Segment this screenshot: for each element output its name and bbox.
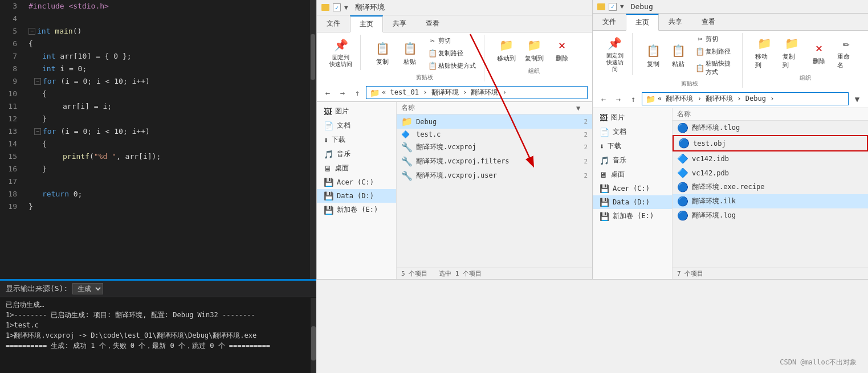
- code-line: printf ( "%d " , arr[i]);: [28, 150, 316, 163]
- sidebar-item-desktop-2[interactable]: 🖥 桌面: [593, 167, 672, 182]
- sidebar-item-pictures-2[interactable]: 🖼 图片: [593, 110, 672, 125]
- output-source-select[interactable]: 生成: [72, 283, 103, 294]
- sidebar-item-downloads-2[interactable]: ⬇ 下载: [593, 139, 672, 153]
- move-to-icon-2: 📁: [755, 35, 773, 51]
- editor-scrollbar[interactable]: [310, 0, 316, 279]
- code-line: }: [28, 163, 316, 175]
- rename-icon: ✏: [837, 35, 855, 51]
- file-item-vcxproj-user[interactable]: 🔧 翻译环境.vcxproj.user 2: [397, 169, 592, 183]
- copy-icon: 📋: [373, 40, 392, 56]
- file-item-obj[interactable]: 🔵 test.obj: [673, 135, 868, 151]
- scrollbar-thumb[interactable]: [311, 34, 315, 80]
- file-item-log[interactable]: 🔵 翻译环境.log: [673, 208, 868, 223]
- move-to-button-1[interactable]: 📁 移动到: [494, 35, 519, 65]
- copy-path-button-2[interactable]: 📋 复制路径: [692, 46, 737, 57]
- file-explorer-2: ▼ Debug 文件 主页 共享 查看 📌 固定到快速访问: [592, 0, 868, 279]
- file-item-testc[interactable]: 🔷 test.c 2: [397, 129, 592, 140]
- paste-button-1[interactable]: 📋 粘贴: [397, 38, 422, 68]
- cut-button-2[interactable]: ✂ 剪切: [692, 33, 737, 44]
- pin-button-1[interactable]: 📌 固定到快速访问: [326, 35, 356, 70]
- move-to-icon: 📁: [498, 37, 516, 53]
- sidebar-item-docs-2[interactable]: 📄 文档: [593, 125, 672, 139]
- address-input-1[interactable]: 📁 « test_01 › 翻译环境 › 翻译环境 ›: [366, 86, 588, 99]
- code-line: {: [28, 88, 316, 100]
- collapse-button[interactable]: −: [34, 128, 41, 135]
- downloads-icon-2: ⬇: [600, 142, 604, 151]
- output-scrollbar[interactable]: [311, 298, 316, 373]
- file-item-idb[interactable]: 🔷 vc142.idb: [673, 151, 868, 166]
- up-button-2[interactable]: ↑: [627, 93, 639, 105]
- copy-to-button-1[interactable]: 📁 复制到: [521, 35, 547, 65]
- titlebar-checkbox[interactable]: [333, 3, 341, 11]
- sidebar-item-docs-1[interactable]: 📄 文档: [317, 118, 396, 133]
- back-button-1[interactable]: ←: [321, 87, 334, 99]
- sidebar-item-e-2[interactable]: 💾 新加卷 (E:): [593, 209, 672, 223]
- copy-to-button-2[interactable]: 📁 复制到: [779, 33, 804, 72]
- address-dropdown-2[interactable]: ▼: [851, 93, 863, 105]
- output-line: ========== 生成: 成功 1 个，失败 0 个，最新 0 个，跳过 0…: [6, 341, 311, 351]
- sidebar-label-2: 下载: [608, 141, 621, 151]
- file-item-name: 翻译环境.vcxproj.filters: [416, 157, 573, 166]
- file-item-vcxproj-filters[interactable]: 🔧 翻译环境.vcxproj.filters 2: [397, 154, 592, 169]
- file-item-debug[interactable]: 📁 Debug 2: [397, 114, 592, 129]
- forward-button-1[interactable]: →: [336, 87, 349, 99]
- file-main-1: 名称 ▼ 📁 Debug 2 🔷 test.c 2: [397, 102, 592, 279]
- copy-button-1[interactable]: 📋 复制: [370, 38, 395, 68]
- delete-button-1[interactable]: ✕ 删除: [549, 35, 574, 65]
- sidebar-label: Data (D:): [337, 192, 374, 200]
- file-item-pdb[interactable]: 🔷 vc142.pdb: [673, 166, 868, 180]
- folder-icon-2: [597, 3, 605, 10]
- move-to-button-2[interactable]: 📁 移动到: [752, 33, 777, 72]
- address-bar-2: ← → ↑ 📁 « 翻译环境 › 翻译环境 › Debug › ▼: [593, 90, 868, 108]
- clipboard-label-1: 剪贴板: [416, 73, 433, 81]
- address-input-2[interactable]: 📁 « 翻译环境 › 翻译环境 › Debug ›: [642, 92, 849, 105]
- file-item-date: 2: [576, 144, 588, 151]
- sidebar-item-d-1[interactable]: 💾 Data (D:): [317, 189, 396, 203]
- paste-shortcut-button-1[interactable]: 📋 粘贴快捷方式: [425, 60, 479, 71]
- file-item-vcxproj[interactable]: 🔧 翻译环境.vcxproj 2: [397, 140, 592, 154]
- sidebar-item-downloads-1[interactable]: ⬇ 下载: [317, 133, 396, 147]
- titlebar-checkbox-2[interactable]: [609, 3, 617, 11]
- delete-button-2[interactable]: ✕ 删除: [807, 38, 832, 68]
- output-scrollbar-thumb[interactable]: [311, 326, 316, 360]
- sidebar-item-d-2[interactable]: 💾 Data (D:): [593, 195, 672, 209]
- cut-button-1[interactable]: ✂ 剪切: [425, 35, 479, 46]
- drive-d-icon-2: 💾: [600, 198, 609, 207]
- file-item-tlog[interactable]: 🔵 翻译环境.tlog: [673, 121, 868, 135]
- copy-button-2[interactable]: 📋 复制: [642, 40, 665, 71]
- pin-button-2[interactable]: 📌 固定到快速访问: [602, 33, 627, 75]
- rename-button-2[interactable]: ✏ 重命名: [834, 33, 859, 72]
- back-button-2[interactable]: ←: [597, 93, 610, 105]
- collapse-button[interactable]: −: [28, 28, 35, 35]
- tab-share-1[interactable]: 共享: [383, 15, 416, 32]
- tlog-icon: 🔵: [677, 122, 688, 133]
- pin-label: 固定到快速访问: [329, 54, 352, 68]
- collapse-button[interactable]: −: [34, 78, 41, 85]
- paste-button-2[interactable]: 📋 粘贴: [667, 40, 690, 71]
- tab-home-2[interactable]: 主页: [626, 14, 659, 31]
- tab-file-1[interactable]: 文件: [317, 15, 350, 32]
- sidebar-item-c-2[interactable]: 💾 Acer (C:): [593, 182, 672, 195]
- forward-button-2[interactable]: →: [612, 93, 625, 105]
- tab-home-1[interactable]: 主页: [350, 15, 383, 32]
- sidebar-label-2: 新加卷 (E:): [613, 211, 654, 221]
- sidebar-item-music-2[interactable]: 🎵 音乐: [593, 153, 672, 167]
- tab-file-2[interactable]: 文件: [593, 14, 626, 30]
- paste-shortcut-button-2[interactable]: 📋 粘贴快捷方式: [692, 58, 737, 77]
- sidebar-item-desktop-1[interactable]: 🖥 桌面: [317, 161, 396, 175]
- sidebar-item-c-1[interactable]: 💾 Acer (C:): [317, 175, 396, 189]
- tab-share-2[interactable]: 共享: [659, 14, 692, 30]
- copy-to-label: 复制到: [525, 54, 544, 63]
- sidebar-item-e-1[interactable]: 💾 新加卷 (E:): [317, 203, 396, 217]
- tab-view-1[interactable]: 查看: [416, 15, 449, 32]
- sidebar-item-pictures-1[interactable]: 🖼 图片: [317, 104, 396, 118]
- delete-label-2: 删除: [813, 57, 825, 65]
- file-item-ilk[interactable]: 🔵 翻译环境.ilk: [673, 194, 868, 208]
- copy-path-button-1[interactable]: 📋 复制路径: [425, 47, 479, 59]
- code-lines: #include <stdio.h> − int main () {: [23, 0, 316, 279]
- up-button-1[interactable]: ↑: [351, 87, 364, 99]
- tab-view-2[interactable]: 查看: [692, 14, 725, 30]
- ribbon-group-clipboard-1: 📋 复制 📋 粘贴 ✂ 剪切: [365, 35, 484, 81]
- sidebar-item-music-1[interactable]: 🎵 音乐: [317, 147, 396, 161]
- file-item-recipe[interactable]: 🔵 翻译环境.exe.recipe: [673, 180, 868, 194]
